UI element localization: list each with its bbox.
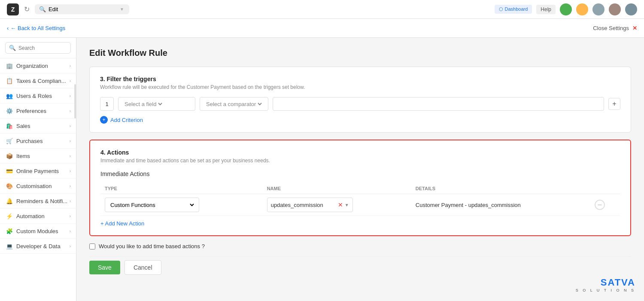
filter-subtitle: Workflow rule will be executed for the C… [100,84,620,90]
col-type: TYPE [100,183,263,194]
close-icon: ✕ [632,25,637,31]
chevron-icon: › [70,154,71,158]
sidebar-item-automation[interactable]: ⚡Automation › [0,209,76,224]
name-select[interactable]: updates_commission ✕ ▼ [267,198,353,212]
sidebar-item-preferences[interactable]: ⚙️Preferences › [0,103,76,119]
cancel-button[interactable]: Cancel [125,260,161,275]
sidebar-search-container: 🔍 [0,38,76,58]
nav-btn-1[interactable]: ⬡ Dashboard [495,5,532,14]
sidebar-item-purchases[interactable]: 🛒Purchases › [0,134,76,149]
top-nav: Z ↻ 🔍 ▼ ⬡ Dashboard Help [0,0,644,19]
chevron-icon: › [70,184,71,189]
top-search-input[interactable] [49,6,117,12]
chevron-icon: › [70,244,71,249]
divider [89,256,631,257]
sidebar-item-custom-modules[interactable]: 🧩Custom Modules › [0,224,76,239]
type-select[interactable]: Custom Functions [105,198,199,212]
action-row: Custom Functions updates_commission ✕ ▼ [100,194,620,216]
remind-icon: 🔔 [6,198,13,204]
users-icon: 👥 [6,92,13,99]
sidebar-item-developer[interactable]: 💻Developer & Data › [0,239,76,254]
back-link[interactable]: ‹ ← Back to All Settings [7,25,65,31]
back-label[interactable]: ← Back to All Settings [10,25,65,31]
avatar-green [560,3,572,15]
field-select[interactable]: Select a field [118,97,195,111]
actions-subtitle: Immediate and time based actions can be … [100,158,620,164]
save-button[interactable]: Save [89,261,120,274]
avatar-3 [609,3,621,15]
col-details: DETAILS [411,183,590,194]
search-icon: 🔍 [39,6,46,12]
filter-title: 3. Filter the triggers [100,76,620,82]
purchases-icon: 🛒 [6,137,13,144]
add-criterion-icon: + [100,116,108,124]
immediate-actions-title: Immediate Actions [100,170,620,177]
chevron-icon: › [70,169,71,173]
refresh-icon[interactable]: ↻ [24,5,30,13]
payments-icon: 💳 [6,167,13,174]
custom-icon: 🎨 [6,182,13,189]
name-select-value: updates_commission [271,202,336,208]
time-based-checkbox-row: Would you like to add time based actions… [89,243,631,249]
chevron-icon: › [70,94,71,98]
time-based-label: Would you like to add time based actions… [99,243,205,249]
sidebar-scrollbar[interactable] [74,84,76,119]
type-select-input[interactable]: Custom Functions [109,201,195,209]
add-criterion-label: Add Criterion [110,117,143,123]
satva-sub: S O L U T I O N S [576,288,635,292]
satva-name: SATVA [576,277,635,288]
name-dropdown-icon[interactable]: ▼ [345,203,349,207]
auto-icon: ⚡ [6,213,13,219]
nav-btn-2[interactable]: Help [536,5,556,14]
sidebar-search-wrapper[interactable]: 🔍 [5,42,71,54]
chevron-icon: › [70,139,71,143]
add-action-btn[interactable]: + Add New Action [100,220,144,227]
sales-icon: 🛍️ [6,122,13,129]
name-select-wrapper: updates_commission ✕ ▼ [267,198,407,212]
add-criterion-btn[interactable]: + Add Criterion [100,116,620,124]
filter-value-input[interactable] [273,97,604,111]
actions-section: 4. Actions Immediate and time based acti… [89,140,631,236]
field-select-input[interactable]: Select a field [123,100,164,108]
dev-icon: 💻 [6,243,13,249]
col-remove [590,183,620,194]
modules-icon: 🧩 [6,228,13,234]
sidebar-search-input[interactable] [18,45,67,51]
org-icon: 🏢 [6,62,13,69]
filter-row-num: 1 [100,97,114,111]
action-details: Customer Payment - updates_commission [416,202,521,208]
chevron-icon: › [70,214,71,219]
add-filter-plus[interactable]: + [608,98,620,110]
actions-table: TYPE NAME DETAILS Custom Functions [100,183,620,216]
taxes-icon: 📋 [6,77,13,84]
satva-logo: SATVA S O L U T I O N S [576,277,635,292]
sidebar-item-items[interactable]: 📦Items › [0,149,76,164]
close-settings-btn[interactable]: Close Settings ✕ [593,25,637,31]
dropdown-icon: ▼ [120,7,124,12]
layout: 🔍 🏢Organization › 📋Taxes & Complian... ›… [0,38,644,301]
filter-row: 1 Select a field Select a comparator + [100,97,620,111]
avatar-4 [625,3,637,15]
sidebar-item-organization[interactable]: 🏢Organization › [0,58,76,73]
comparator-select-input[interactable]: Select a comparator [204,100,263,108]
time-based-checkbox[interactable] [89,243,95,249]
sidebar-search-icon: 🔍 [9,45,16,51]
remove-action-btn[interactable]: − [595,200,605,210]
prefs-icon: ⚙️ [6,107,13,114]
filter-section: 3. Filter the triggers Workflow rule wil… [89,67,631,133]
chevron-icon: › [70,124,71,128]
chevron-icon: › [70,64,71,68]
col-name: NAME [263,183,411,194]
sidebar-item-customisation[interactable]: 🎨Customisation › [0,179,76,194]
comparator-select[interactable]: Select a comparator [200,97,268,111]
sidebar-item-reminders[interactable]: 🔔Reminders & Notifi... › [0,194,76,209]
chevron-icon: › [70,79,71,83]
sidebar-item-taxes[interactable]: 📋Taxes & Complian... › [0,73,76,88]
sidebar-item-online-payments[interactable]: 💳Online Payments › [0,164,76,179]
back-arrow: ‹ [7,25,9,31]
name-clear-btn[interactable]: ✕ [338,201,343,208]
sidebar-item-users[interactable]: 👥Users & Roles › [0,88,76,103]
top-search[interactable]: 🔍 ▼ [35,4,129,14]
items-icon: 📦 [6,152,13,159]
sidebar-item-sales[interactable]: 🛍️Sales › [0,119,76,134]
